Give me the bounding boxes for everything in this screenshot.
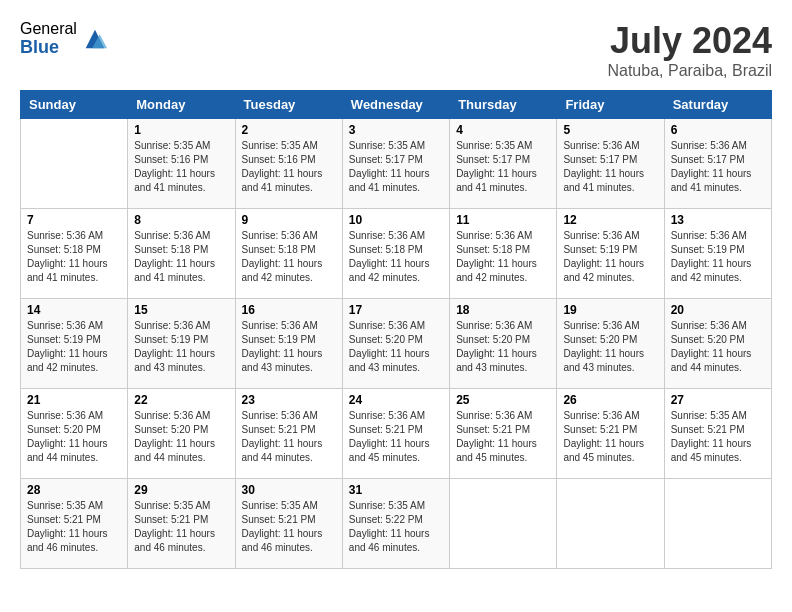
day-info: Sunrise: 5:36 AMSunset: 5:20 PMDaylight:… bbox=[349, 319, 443, 375]
day-of-week-sunday: Sunday bbox=[21, 91, 128, 119]
day-number: 17 bbox=[349, 303, 443, 317]
page-header: General Blue July 2024 Natuba, Paraiba, … bbox=[20, 20, 772, 80]
day-number: 20 bbox=[671, 303, 765, 317]
day-number: 25 bbox=[456, 393, 550, 407]
calendar-cell: 16Sunrise: 5:36 AMSunset: 5:19 PMDayligh… bbox=[235, 299, 342, 389]
day-info: Sunrise: 5:36 AMSunset: 5:18 PMDaylight:… bbox=[349, 229, 443, 285]
week-row-5: 28Sunrise: 5:35 AMSunset: 5:21 PMDayligh… bbox=[21, 479, 772, 569]
calendar-cell bbox=[21, 119, 128, 209]
day-number: 23 bbox=[242, 393, 336, 407]
day-number: 21 bbox=[27, 393, 121, 407]
day-info: Sunrise: 5:36 AMSunset: 5:21 PMDaylight:… bbox=[349, 409, 443, 465]
day-info: Sunrise: 5:36 AMSunset: 5:19 PMDaylight:… bbox=[134, 319, 228, 375]
day-info: Sunrise: 5:35 AMSunset: 5:21 PMDaylight:… bbox=[27, 499, 121, 555]
day-number: 18 bbox=[456, 303, 550, 317]
day-info: Sunrise: 5:36 AMSunset: 5:20 PMDaylight:… bbox=[671, 319, 765, 375]
day-info: Sunrise: 5:36 AMSunset: 5:18 PMDaylight:… bbox=[134, 229, 228, 285]
day-info: Sunrise: 5:36 AMSunset: 5:19 PMDaylight:… bbox=[242, 319, 336, 375]
day-number: 12 bbox=[563, 213, 657, 227]
day-number: 9 bbox=[242, 213, 336, 227]
day-of-week-monday: Monday bbox=[128, 91, 235, 119]
day-number: 22 bbox=[134, 393, 228, 407]
day-info: Sunrise: 5:36 AMSunset: 5:17 PMDaylight:… bbox=[671, 139, 765, 195]
day-info: Sunrise: 5:36 AMSunset: 5:18 PMDaylight:… bbox=[456, 229, 550, 285]
day-info: Sunrise: 5:35 AMSunset: 5:21 PMDaylight:… bbox=[134, 499, 228, 555]
day-number: 28 bbox=[27, 483, 121, 497]
calendar-cell: 29Sunrise: 5:35 AMSunset: 5:21 PMDayligh… bbox=[128, 479, 235, 569]
day-info: Sunrise: 5:36 AMSunset: 5:20 PMDaylight:… bbox=[27, 409, 121, 465]
day-info: Sunrise: 5:35 AMSunset: 5:16 PMDaylight:… bbox=[242, 139, 336, 195]
calendar-cell: 17Sunrise: 5:36 AMSunset: 5:20 PMDayligh… bbox=[342, 299, 449, 389]
calendar-cell: 14Sunrise: 5:36 AMSunset: 5:19 PMDayligh… bbox=[21, 299, 128, 389]
day-info: Sunrise: 5:36 AMSunset: 5:20 PMDaylight:… bbox=[134, 409, 228, 465]
day-info: Sunrise: 5:35 AMSunset: 5:21 PMDaylight:… bbox=[242, 499, 336, 555]
calendar-cell bbox=[450, 479, 557, 569]
location: Natuba, Paraiba, Brazil bbox=[607, 62, 772, 80]
day-info: Sunrise: 5:36 AMSunset: 5:21 PMDaylight:… bbox=[563, 409, 657, 465]
calendar-cell: 6Sunrise: 5:36 AMSunset: 5:17 PMDaylight… bbox=[664, 119, 771, 209]
day-info: Sunrise: 5:35 AMSunset: 5:22 PMDaylight:… bbox=[349, 499, 443, 555]
day-number: 5 bbox=[563, 123, 657, 137]
logo-text: General Blue bbox=[20, 20, 77, 57]
calendar-cell bbox=[557, 479, 664, 569]
calendar-cell: 31Sunrise: 5:35 AMSunset: 5:22 PMDayligh… bbox=[342, 479, 449, 569]
calendar-cell: 1Sunrise: 5:35 AMSunset: 5:16 PMDaylight… bbox=[128, 119, 235, 209]
calendar-cell: 11Sunrise: 5:36 AMSunset: 5:18 PMDayligh… bbox=[450, 209, 557, 299]
day-number: 6 bbox=[671, 123, 765, 137]
calendar-cell: 22Sunrise: 5:36 AMSunset: 5:20 PMDayligh… bbox=[128, 389, 235, 479]
day-info: Sunrise: 5:36 AMSunset: 5:21 PMDaylight:… bbox=[456, 409, 550, 465]
logo-general: General bbox=[20, 20, 77, 38]
day-number: 3 bbox=[349, 123, 443, 137]
calendar-cell: 27Sunrise: 5:35 AMSunset: 5:21 PMDayligh… bbox=[664, 389, 771, 479]
calendar-cell: 18Sunrise: 5:36 AMSunset: 5:20 PMDayligh… bbox=[450, 299, 557, 389]
calendar-cell: 26Sunrise: 5:36 AMSunset: 5:21 PMDayligh… bbox=[557, 389, 664, 479]
day-info: Sunrise: 5:35 AMSunset: 5:17 PMDaylight:… bbox=[456, 139, 550, 195]
day-number: 24 bbox=[349, 393, 443, 407]
day-number: 8 bbox=[134, 213, 228, 227]
day-info: Sunrise: 5:36 AMSunset: 5:21 PMDaylight:… bbox=[242, 409, 336, 465]
day-number: 14 bbox=[27, 303, 121, 317]
days-of-week-row: SundayMondayTuesdayWednesdayThursdayFrid… bbox=[21, 91, 772, 119]
week-row-2: 7Sunrise: 5:36 AMSunset: 5:18 PMDaylight… bbox=[21, 209, 772, 299]
day-number: 30 bbox=[242, 483, 336, 497]
calendar-cell: 30Sunrise: 5:35 AMSunset: 5:21 PMDayligh… bbox=[235, 479, 342, 569]
calendar-cell: 19Sunrise: 5:36 AMSunset: 5:20 PMDayligh… bbox=[557, 299, 664, 389]
day-info: Sunrise: 5:35 AMSunset: 5:17 PMDaylight:… bbox=[349, 139, 443, 195]
day-number: 11 bbox=[456, 213, 550, 227]
calendar-cell: 23Sunrise: 5:36 AMSunset: 5:21 PMDayligh… bbox=[235, 389, 342, 479]
calendar-cell: 2Sunrise: 5:35 AMSunset: 5:16 PMDaylight… bbox=[235, 119, 342, 209]
day-info: Sunrise: 5:36 AMSunset: 5:19 PMDaylight:… bbox=[563, 229, 657, 285]
calendar-cell: 4Sunrise: 5:35 AMSunset: 5:17 PMDaylight… bbox=[450, 119, 557, 209]
calendar-cell: 3Sunrise: 5:35 AMSunset: 5:17 PMDaylight… bbox=[342, 119, 449, 209]
day-info: Sunrise: 5:36 AMSunset: 5:17 PMDaylight:… bbox=[563, 139, 657, 195]
day-number: 1 bbox=[134, 123, 228, 137]
day-number: 16 bbox=[242, 303, 336, 317]
day-info: Sunrise: 5:36 AMSunset: 5:18 PMDaylight:… bbox=[242, 229, 336, 285]
day-info: Sunrise: 5:36 AMSunset: 5:19 PMDaylight:… bbox=[27, 319, 121, 375]
day-of-week-thursday: Thursday bbox=[450, 91, 557, 119]
calendar-cell: 24Sunrise: 5:36 AMSunset: 5:21 PMDayligh… bbox=[342, 389, 449, 479]
day-number: 10 bbox=[349, 213, 443, 227]
logo: General Blue bbox=[20, 20, 109, 57]
calendar-cell: 9Sunrise: 5:36 AMSunset: 5:18 PMDaylight… bbox=[235, 209, 342, 299]
day-info: Sunrise: 5:36 AMSunset: 5:20 PMDaylight:… bbox=[456, 319, 550, 375]
week-row-1: 1Sunrise: 5:35 AMSunset: 5:16 PMDaylight… bbox=[21, 119, 772, 209]
calendar-cell: 28Sunrise: 5:35 AMSunset: 5:21 PMDayligh… bbox=[21, 479, 128, 569]
day-of-week-tuesday: Tuesday bbox=[235, 91, 342, 119]
day-info: Sunrise: 5:36 AMSunset: 5:18 PMDaylight:… bbox=[27, 229, 121, 285]
calendar-cell: 20Sunrise: 5:36 AMSunset: 5:20 PMDayligh… bbox=[664, 299, 771, 389]
calendar-cell: 25Sunrise: 5:36 AMSunset: 5:21 PMDayligh… bbox=[450, 389, 557, 479]
calendar-cell: 8Sunrise: 5:36 AMSunset: 5:18 PMDaylight… bbox=[128, 209, 235, 299]
calendar-cell: 10Sunrise: 5:36 AMSunset: 5:18 PMDayligh… bbox=[342, 209, 449, 299]
calendar-cell bbox=[664, 479, 771, 569]
day-info: Sunrise: 5:36 AMSunset: 5:20 PMDaylight:… bbox=[563, 319, 657, 375]
day-number: 4 bbox=[456, 123, 550, 137]
day-of-week-saturday: Saturday bbox=[664, 91, 771, 119]
week-row-3: 14Sunrise: 5:36 AMSunset: 5:19 PMDayligh… bbox=[21, 299, 772, 389]
calendar-cell: 15Sunrise: 5:36 AMSunset: 5:19 PMDayligh… bbox=[128, 299, 235, 389]
logo-blue: Blue bbox=[20, 38, 77, 58]
day-number: 2 bbox=[242, 123, 336, 137]
day-number: 7 bbox=[27, 213, 121, 227]
calendar-cell: 12Sunrise: 5:36 AMSunset: 5:19 PMDayligh… bbox=[557, 209, 664, 299]
month-year: July 2024 bbox=[607, 20, 772, 62]
